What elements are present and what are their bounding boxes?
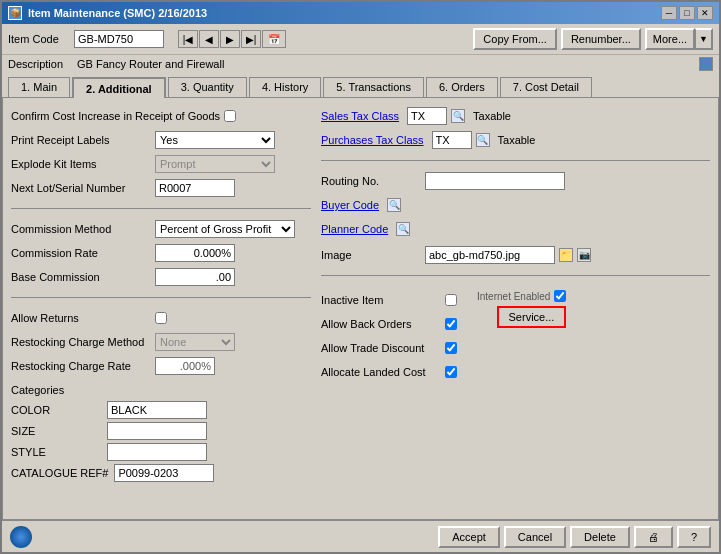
planner-code-link[interactable]: Planner Code: [321, 223, 388, 235]
left-panel: Confirm Cost Increase in Receipt of Good…: [11, 106, 311, 511]
item-code-row: Item Code: [8, 30, 164, 48]
inactive-item-label: Inactive Item: [321, 294, 441, 306]
cat-key-2: STYLE: [11, 446, 101, 458]
commission-method-label: Commission Method: [11, 223, 151, 235]
print-receipt-row: Print Receipt Labels Yes No: [11, 130, 311, 150]
service-button[interactable]: Service...: [497, 306, 567, 328]
purchases-tax-class-code[interactable]: [432, 131, 472, 149]
renumber-button[interactable]: Renumber...: [561, 28, 641, 50]
tab-history[interactable]: 4. History: [249, 77, 321, 97]
sales-tax-search-icon[interactable]: 🔍: [451, 109, 465, 123]
toolbar: Item Code |◀ ◀ ▶ ▶| 📅 Copy From... Renum…: [2, 24, 719, 55]
allocate-landed-cost-checkbox[interactable]: [445, 366, 457, 378]
commission-rate-label: Commission Rate: [11, 247, 151, 259]
confirm-cost-label: Confirm Cost Increase in Receipt of Good…: [11, 110, 220, 122]
inactive-item-checkbox[interactable]: [445, 294, 457, 306]
close-button[interactable]: ✕: [697, 6, 713, 20]
next-lot-input[interactable]: [155, 179, 235, 197]
allow-trade-discount-checkbox[interactable]: [445, 342, 457, 354]
maximize-button[interactable]: □: [679, 6, 695, 20]
base-commission-row: Base Commission: [11, 267, 311, 287]
nav-next-button[interactable]: ▶: [220, 30, 240, 48]
image-input[interactable]: [425, 246, 555, 264]
description-value: GB Fancy Router and Firewall: [77, 58, 695, 70]
purchases-tax-search-icon[interactable]: 🔍: [476, 133, 490, 147]
section-receipt: Confirm Cost Increase in Receipt of Good…: [11, 106, 311, 198]
nav-calendar-button[interactable]: 📅: [262, 30, 286, 48]
cancel-button[interactable]: Cancel: [504, 526, 566, 548]
cat-value-3[interactable]: [114, 464, 214, 482]
more-arrow-button[interactable]: ▼: [695, 28, 713, 50]
restock-rate-input[interactable]: [155, 357, 215, 375]
title-controls: ─ □ ✕: [661, 6, 713, 20]
nav-first-button[interactable]: |◀: [178, 30, 198, 48]
item-code-input[interactable]: [74, 30, 164, 48]
more-main-button[interactable]: More...: [645, 28, 695, 50]
nav-last-button[interactable]: ▶|: [241, 30, 261, 48]
section-tax: Sales Tax Class 🔍 Taxable Purchases Tax …: [321, 106, 710, 150]
internet-enabled-checkbox[interactable]: [554, 290, 566, 302]
tab-orders[interactable]: 6. Orders: [426, 77, 498, 97]
sales-tax-class-code[interactable]: [407, 107, 447, 125]
cat-key-1: SIZE: [11, 425, 101, 437]
explode-kit-label: Explode Kit Items: [11, 158, 151, 170]
planner-code-search-icon[interactable]: 🔍: [396, 222, 410, 236]
base-commission-input[interactable]: [155, 268, 235, 286]
allow-back-orders-checkbox[interactable]: [445, 318, 457, 330]
cat-value-1[interactable]: [107, 422, 207, 440]
commission-method-select[interactable]: None Percent of Gross Profit Percent of …: [155, 220, 295, 238]
purchases-tax-class-link[interactable]: Purchases Tax Class: [321, 134, 424, 146]
help-button[interactable]: ?: [677, 526, 711, 548]
sales-tax-class-link[interactable]: Sales Tax Class: [321, 110, 399, 122]
tab-cost-detail[interactable]: 7. Cost Detail: [500, 77, 592, 97]
print-button[interactable]: 🖨: [634, 526, 673, 548]
tab-quantity[interactable]: 3. Quantity: [168, 77, 247, 97]
purchases-tax-row: Purchases Tax Class 🔍 Taxable: [321, 130, 710, 150]
folder-icon[interactable]: 📁: [559, 248, 573, 262]
allow-trade-discount-row: Allow Trade Discount: [321, 338, 457, 358]
print-receipt-select[interactable]: Yes No: [155, 131, 275, 149]
note-icon[interactable]: [699, 57, 713, 71]
allow-returns-checkbox[interactable]: [155, 312, 167, 324]
categories-label: Categories: [11, 384, 311, 396]
delete-button[interactable]: Delete: [570, 526, 630, 548]
app-icon: 📦: [8, 6, 22, 20]
nav-prev-button[interactable]: ◀: [199, 30, 219, 48]
accept-button[interactable]: Accept: [438, 526, 500, 548]
section-commission: Commission Method None Percent of Gross …: [11, 219, 311, 287]
cat-row-2: STYLE: [11, 443, 311, 461]
allow-trade-discount-label: Allow Trade Discount: [321, 342, 441, 354]
status-bar: Accept Cancel Delete 🖨 ?: [2, 520, 719, 552]
tabs-row: 1. Main 2. Additional 3. Quantity 4. His…: [2, 73, 719, 97]
status-left: [10, 526, 32, 548]
cat-key-3: CATALOGUE REF#: [11, 467, 108, 479]
restock-method-select[interactable]: None: [155, 333, 235, 351]
windows-icon: [10, 526, 32, 548]
minimize-button[interactable]: ─: [661, 6, 677, 20]
explode-kit-select[interactable]: Prompt: [155, 155, 275, 173]
cat-key-0: COLOR: [11, 404, 101, 416]
cat-row-0: COLOR: [11, 401, 311, 419]
print-receipt-label: Print Receipt Labels: [11, 134, 151, 146]
cat-value-0[interactable]: [107, 401, 207, 419]
tab-transactions[interactable]: 5. Transactions: [323, 77, 424, 97]
copy-from-button[interactable]: Copy From...: [473, 28, 557, 50]
right-panel: Sales Tax Class 🔍 Taxable Purchases Tax …: [321, 106, 710, 511]
categories-section: Categories COLOR SIZE STYLE CATALOGUE RE…: [11, 384, 311, 482]
tab-main[interactable]: 1. Main: [8, 77, 70, 97]
confirm-cost-checkbox[interactable]: [224, 110, 236, 122]
commission-rate-input[interactable]: [155, 244, 235, 262]
allow-returns-row: Allow Returns: [11, 308, 311, 328]
routing-no-row: Routing No.: [321, 171, 710, 191]
routing-no-input[interactable]: [425, 172, 565, 190]
buyer-code-link[interactable]: Buyer Code: [321, 199, 379, 211]
main-window: 📦 Item Maintenance (SMC) 2/16/2013 ─ □ ✕…: [0, 0, 721, 554]
restock-method-label: Restocking Charge Method: [11, 336, 151, 348]
window-title: Item Maintenance (SMC) 2/16/2013: [28, 7, 207, 19]
tab-additional[interactable]: 2. Additional: [72, 77, 166, 98]
camera-icon[interactable]: 📷: [577, 248, 591, 262]
section-checkboxes: Inactive Item Allow Back Orders Allow Tr…: [321, 286, 710, 382]
buyer-code-search-icon[interactable]: 🔍: [387, 198, 401, 212]
cat-value-2[interactable]: [107, 443, 207, 461]
planner-code-row: Planner Code 🔍: [321, 219, 710, 239]
